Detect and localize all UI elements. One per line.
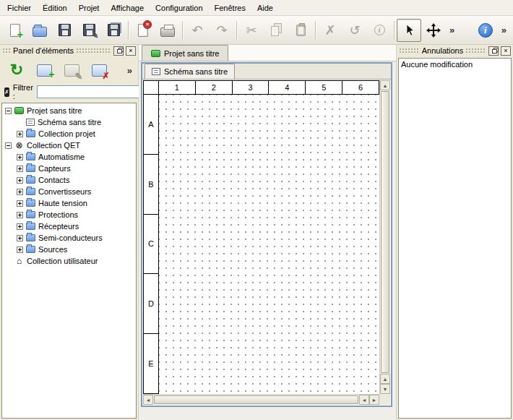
select-tool-button[interactable]: [397, 19, 421, 42]
scroll-up-button[interactable]: ▲: [380, 80, 390, 90]
new-document-button[interactable]: +: [3, 19, 27, 42]
scroll-left-button[interactable]: ◄: [143, 395, 153, 405]
tab-projet-sans-titre[interactable]: Projet sans titre: [142, 45, 228, 61]
save-button[interactable]: [52, 19, 77, 42]
move-arrows-icon: [426, 23, 441, 38]
paste-button[interactable]: [288, 19, 313, 42]
expand-expander-icon[interactable]: [17, 235, 23, 241]
tree-item-sources[interactable]: Sources: [2, 244, 136, 255]
undo-button[interactable]: ↶: [185, 19, 210, 42]
tree-item-semi-conducteurs[interactable]: Semi-conducteurs: [2, 232, 136, 244]
close-document-button[interactable]: ×: [131, 19, 155, 42]
diagram-view: 1 2 3 4 5 6 A B C: [142, 80, 391, 406]
right-overflow-button[interactable]: »: [498, 19, 510, 42]
tree-item-capteurs[interactable]: Capteurs: [2, 163, 136, 174]
tree-item-automatisme[interactable]: Automatisme: [2, 151, 136, 163]
float-dock-button[interactable]: [113, 46, 124, 56]
properties-button[interactable]: i: [367, 19, 392, 42]
horizontal-scroll-track[interactable]: [153, 395, 359, 405]
delete-element-button[interactable]: ✗: [88, 59, 110, 81]
tree-item-collection-utilisateur[interactable]: ⌂ Collection utilisateur: [2, 255, 136, 267]
scrollbar-corner: [379, 394, 390, 405]
horizontal-scrollbar[interactable]: ◄ ◄ ►: [143, 394, 379, 405]
mdi-area: Schéma sans titre 1 2 3 4 5: [139, 61, 396, 420]
tree-item-recepteurs[interactable]: Récepteurs: [2, 220, 136, 232]
tree-item-convertisseurs[interactable]: Convertisseurs: [2, 186, 136, 197]
folder-icon: [26, 246, 35, 253]
undo-history-list[interactable]: Aucune modification: [398, 58, 512, 419]
expand-expander-icon[interactable]: [17, 189, 23, 195]
column-header: 4: [269, 80, 306, 95]
print-button[interactable]: [155, 19, 180, 42]
move-tool-button[interactable]: [421, 19, 446, 42]
reload-collections-button[interactable]: ↻: [6, 59, 27, 81]
menu-fenetres[interactable]: Fenêtres: [209, 1, 251, 14]
rotate-button[interactable]: ↺: [342, 19, 367, 42]
copy-button[interactable]: [264, 19, 288, 42]
expand-expander-icon[interactable]: [17, 212, 23, 218]
menu-aide[interactable]: Aide: [251, 1, 279, 14]
expand-expander-icon[interactable]: [17, 247, 23, 253]
expand-expander-icon[interactable]: [17, 131, 23, 137]
panel-overflow-button[interactable]: »: [127, 65, 132, 76]
menu-configuration[interactable]: Configuration: [150, 1, 208, 14]
new-element-button[interactable]: +: [33, 59, 55, 81]
tab-schema-sans-titre[interactable]: Schéma sans titre: [145, 64, 235, 79]
properties-info-icon: i: [374, 25, 385, 35]
save-icon: [59, 24, 71, 36]
tree-item-protections[interactable]: Protections: [2, 209, 136, 220]
tree-item-label: Collection QET: [27, 141, 80, 150]
tree-item-projet[interactable]: Projet sans titre: [2, 105, 136, 116]
row-header: D: [143, 274, 159, 334]
tree-item-label: Haute tension: [38, 199, 87, 207]
vertical-scroll-track[interactable]: [380, 90, 390, 374]
filter-input[interactable]: [37, 85, 145, 98]
close-dock-button[interactable]: ×: [501, 46, 511, 56]
home-icon: ⌂: [14, 257, 24, 265]
delete-selection-button[interactable]: ✗: [318, 19, 342, 42]
collapse-expander-icon[interactable]: [5, 142, 12, 149]
undo-dock-titlebar[interactable]: Annulations ×: [397, 45, 513, 56]
diagram-sheet[interactable]: 1 2 3 4 5 6 A B C: [143, 80, 379, 394]
open-folder-icon: [33, 27, 47, 37]
menu-projet[interactable]: Projet: [73, 1, 105, 14]
vertical-scrollbar[interactable]: ▲ ▲ ▼: [379, 80, 390, 394]
save-as-button[interactable]: ✎: [77, 19, 101, 42]
tree-item-collection-projet[interactable]: Collection projet: [2, 128, 136, 140]
diagram-grid-canvas[interactable]: [159, 95, 379, 394]
float-icon: [117, 49, 122, 53]
tree-item-contacts[interactable]: Contacts: [2, 174, 136, 186]
print-icon: [160, 27, 175, 37]
expand-expander-icon[interactable]: [17, 166, 23, 172]
save-all-button[interactable]: [101, 19, 126, 42]
help-info-button[interactable]: i: [473, 19, 498, 42]
column-header: 1: [159, 80, 196, 95]
open-project-button[interactable]: [27, 19, 52, 42]
menu-edition[interactable]: Édition: [37, 1, 73, 14]
mdi-region: Projet sans titre Schéma sans titre: [139, 45, 396, 420]
scroll-left-button-2[interactable]: ◄: [359, 395, 369, 405]
scroll-up-button-2[interactable]: ▲: [380, 374, 390, 384]
chevron-overflow-icon: »: [447, 25, 457, 35]
scroll-down-button[interactable]: ▼: [380, 384, 390, 394]
elements-panel-titlebar[interactable]: Panel d'éléments ×: [0, 45, 138, 56]
menu-affichage[interactable]: Affichage: [105, 1, 150, 14]
vertical-scroll-thumb[interactable]: [381, 91, 389, 373]
expand-expander-icon[interactable]: [17, 154, 23, 160]
menu-fichier[interactable]: Fichier: [1, 1, 37, 14]
float-dock-button[interactable]: [488, 46, 499, 56]
horizontal-scroll-thumb[interactable]: [154, 395, 358, 404]
expand-expander-icon[interactable]: [17, 200, 23, 207]
tree-item-haute-tension[interactable]: Haute tension: [2, 197, 136, 209]
tree-item-collection-qet[interactable]: ⊗ Collection QET: [2, 140, 136, 151]
edit-element-button[interactable]: ✎: [61, 59, 82, 81]
close-dock-button[interactable]: ×: [126, 46, 136, 56]
cut-button[interactable]: ✂: [239, 19, 264, 42]
expand-expander-icon[interactable]: [17, 223, 23, 230]
collapse-expander-icon[interactable]: [5, 108, 12, 114]
redo-button[interactable]: ↷: [210, 19, 234, 42]
tree-item-schema[interactable]: Schéma sans titre: [2, 116, 136, 128]
scroll-right-button[interactable]: ►: [369, 395, 379, 405]
expand-expander-icon[interactable]: [17, 177, 23, 184]
tools-overflow-button[interactable]: »: [446, 19, 458, 42]
